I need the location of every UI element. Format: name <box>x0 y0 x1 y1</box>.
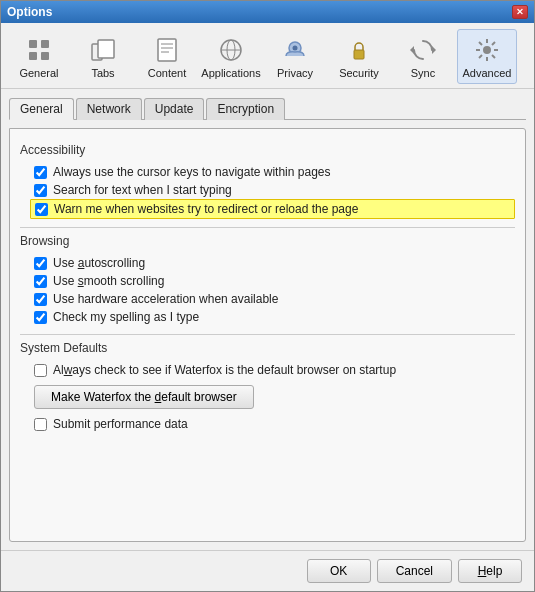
advanced-icon <box>471 34 503 66</box>
warn-redirect-label: Warn me when websites try to redirect or… <box>54 202 358 216</box>
smooth-scroll-row: Use smooth scrolling <box>30 272 515 290</box>
toolbar-content-label: Content <box>148 67 187 79</box>
close-button[interactable]: ✕ <box>512 5 528 19</box>
svg-rect-0 <box>29 40 37 48</box>
svg-line-25 <box>492 42 495 45</box>
tab-update[interactable]: Update <box>144 98 205 120</box>
svg-rect-2 <box>29 52 37 60</box>
svg-point-14 <box>293 46 298 51</box>
search-typing-label: Search for text when I start typing <box>53 183 232 197</box>
toolbar-sync-label: Sync <box>411 67 435 79</box>
sync-icon <box>407 34 439 66</box>
performance-data-row: Submit performance data <box>30 415 515 433</box>
hardware-accel-checkbox[interactable] <box>34 293 47 306</box>
divider-1 <box>20 227 515 228</box>
default-browser-row: Always check to see if Waterfox is the d… <box>30 361 515 379</box>
search-typing-checkbox[interactable] <box>34 184 47 197</box>
general-icon <box>23 34 55 66</box>
toolbar-security-label: Security <box>339 67 379 79</box>
tab-general[interactable]: General <box>9 98 74 120</box>
footer: OK Cancel Help <box>1 550 534 591</box>
svg-line-23 <box>479 42 482 45</box>
smooth-scroll-checkbox[interactable] <box>34 275 47 288</box>
toolbar: General Tabs Content Applications <box>1 23 534 89</box>
cancel-button[interactable]: Cancel <box>377 559 452 583</box>
hardware-accel-label: Use hardware acceleration when available <box>53 292 278 306</box>
tab-bar: General Network Update Encryption <box>9 97 526 120</box>
spell-check-label: Check my spelling as I type <box>53 310 199 324</box>
autoscrolling-row: Use autoscrolling <box>30 254 515 272</box>
system-defaults-section-label: System Defaults <box>20 341 515 355</box>
performance-data-label: Submit performance data <box>53 417 188 431</box>
toolbar-applications-label: Applications <box>201 67 260 79</box>
search-typing-row: Search for text when I start typing <box>30 181 515 199</box>
toolbar-general[interactable]: General <box>9 29 69 84</box>
tabs-icon <box>87 34 119 66</box>
ok-button[interactable]: OK <box>307 559 371 583</box>
content-area: General Network Update Encryption Access… <box>1 89 534 550</box>
svg-line-26 <box>479 55 482 58</box>
titlebar-controls: ✕ <box>512 5 528 19</box>
window-title: Options <box>7 5 52 19</box>
content-icon <box>151 34 183 66</box>
svg-point-18 <box>483 46 491 54</box>
spell-check-checkbox[interactable] <box>34 311 47 324</box>
cursor-keys-row: Always use the cursor keys to navigate w… <box>30 163 515 181</box>
performance-data-checkbox[interactable] <box>34 418 47 431</box>
svg-line-24 <box>492 55 495 58</box>
cursor-keys-label: Always use the cursor keys to navigate w… <box>53 165 330 179</box>
settings-panel: Accessibility Always use the cursor keys… <box>9 128 526 542</box>
security-icon <box>343 34 375 66</box>
make-default-btn-row: Make Waterfox the default browser <box>34 385 515 409</box>
toolbar-tabs[interactable]: Tabs <box>73 29 133 84</box>
toolbar-sync[interactable]: Sync <box>393 29 453 84</box>
options-window: Options ✕ General Tabs Content <box>0 0 535 592</box>
warn-redirect-checkbox[interactable] <box>35 203 48 216</box>
svg-rect-3 <box>41 52 49 60</box>
privacy-icon <box>279 34 311 66</box>
toolbar-content[interactable]: Content <box>137 29 197 84</box>
browsing-section-label: Browsing <box>20 234 515 248</box>
help-button[interactable]: Help <box>458 559 522 583</box>
toolbar-security[interactable]: Security <box>329 29 389 84</box>
divider-2 <box>20 334 515 335</box>
svg-rect-5 <box>98 40 114 58</box>
svg-marker-17 <box>410 46 414 54</box>
spell-check-row: Check my spelling as I type <box>30 308 515 326</box>
svg-rect-6 <box>158 39 176 61</box>
make-default-button[interactable]: Make Waterfox the default browser <box>34 385 254 409</box>
svg-rect-15 <box>354 50 364 59</box>
svg-marker-16 <box>432 46 436 54</box>
warn-redirect-row: Warn me when websites try to redirect or… <box>30 199 515 219</box>
toolbar-advanced-label: Advanced <box>463 67 512 79</box>
titlebar-title: Options <box>7 5 52 19</box>
applications-icon <box>215 34 247 66</box>
tab-encryption[interactable]: Encryption <box>206 98 285 120</box>
toolbar-privacy-label: Privacy <box>277 67 313 79</box>
svg-rect-1 <box>41 40 49 48</box>
accessibility-section-label: Accessibility <box>20 143 515 157</box>
smooth-scroll-label: Use smooth scrolling <box>53 274 164 288</box>
toolbar-advanced[interactable]: Advanced <box>457 29 517 84</box>
toolbar-privacy[interactable]: Privacy <box>265 29 325 84</box>
toolbar-tabs-label: Tabs <box>91 67 114 79</box>
hardware-accel-row: Use hardware acceleration when available <box>30 290 515 308</box>
autoscrolling-label: Use autoscrolling <box>53 256 145 270</box>
toolbar-general-label: General <box>19 67 58 79</box>
toolbar-applications[interactable]: Applications <box>201 29 261 84</box>
tab-network[interactable]: Network <box>76 98 142 120</box>
default-browser-label: Always check to see if Waterfox is the d… <box>53 363 396 377</box>
cursor-keys-checkbox[interactable] <box>34 166 47 179</box>
titlebar: Options ✕ <box>1 1 534 23</box>
autoscrolling-checkbox[interactable] <box>34 257 47 270</box>
default-browser-checkbox[interactable] <box>34 364 47 377</box>
